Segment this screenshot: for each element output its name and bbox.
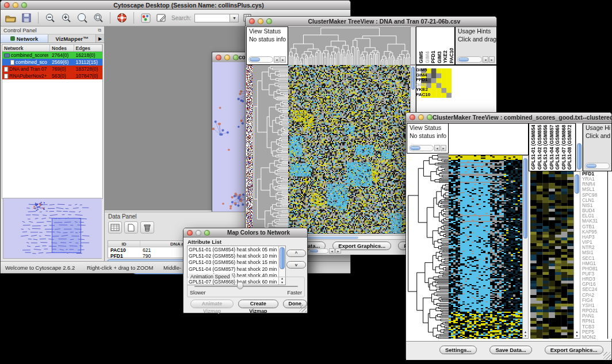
attribute-item[interactable]: GPL51-01 (GSM854) heat shock 05 min [189,247,284,253]
tv1-column-dendrogram[interactable] [288,26,410,65]
scroll-right-icon[interactable]: ▸ [489,56,495,63]
col-edges[interactable]: Edges [74,45,102,51]
search-dropdown-icon[interactable]: ▼ [230,14,239,22]
zoom-out-icon[interactable] [44,12,56,24]
table-row[interactable]: combined_scores 2764(0) 16218(0) [2,52,102,59]
minimize-button[interactable] [418,114,424,120]
status-welcome: Welcome to Cytoscape 2.6.2 [5,265,75,271]
zoom-selected-icon[interactable] [92,12,105,24]
zoom-in-icon[interactable] [60,12,72,24]
table-row[interactable]: RNAPuberNov2+ 563(0) 107847(0) [2,72,102,79]
scroll-up-icon[interactable]: ▴ [576,330,577,334]
attr-col-id[interactable]: ID [108,241,140,247]
network-name: combined_sco [16,59,47,65]
dialog-titlebar[interactable]: Map Colors to Network [183,228,307,237]
settings-button[interactable]: Settings... [439,346,477,354]
tv1-status-scrollbar[interactable]: ◂ ▸ [248,56,286,63]
attribute-item[interactable]: GPL51-03 (GSM856) heat shock 15 min [189,259,284,266]
tv2-main-vscrollbar[interactable]: ▴ ▾ [522,155,529,339]
treeview1-titlebar[interactable]: ClusterMaker TreeView : DNA and Tran 07-… [246,17,496,26]
tv2-zoom-heatmap[interactable] [530,171,573,339]
tv1-global-hscrollbar[interactable]: ◂ ▸ [309,248,341,254]
tv2-gene-vscrollbar[interactable]: ▴ ▾ [573,171,580,339]
minimize-button[interactable] [196,230,201,236]
scroll-right-icon[interactable]: ▸ [280,56,286,63]
move-up-button[interactable]: ^ [286,250,306,257]
float-panel-icon[interactable]: ⧉ [98,28,101,33]
tv2-heatmap[interactable] [449,155,522,339]
main-titlebar[interactable]: Cytoscape Desktop (Session Name: collins… [1,1,350,10]
minimize-button[interactable] [258,18,263,24]
delete-attribute-icon[interactable] [140,221,154,233]
treeview1-title: ClusterMaker TreeView : DNA and Tran 07-… [272,18,496,25]
tv1-header-strip [410,26,416,65]
treeview2-titlebar[interactable]: ClusterMaker TreeView : combined_scores_… [406,113,611,122]
scroll-left-icon[interactable]: ◂ [329,248,335,254]
open-session-icon[interactable] [4,12,17,24]
save-data-button[interactable]: Save Data... [489,346,531,354]
gene-label[interactable]: MON2 [582,335,607,339]
table-row-selected[interactable]: combined_sco 2569(6) 13112(15) [2,59,102,66]
animate-vizmap-button[interactable]: Animate Vizmap [190,300,234,308]
create-vizmap-button[interactable]: Create Vizmap [238,300,278,308]
zoom-button[interactable] [266,18,272,24]
zoom-button[interactable] [21,2,27,8]
tv2-hints-scrollbar[interactable] [585,163,610,169]
tab-vizmapper[interactable]: VizMapper™ [48,35,96,43]
scroll-down-icon[interactable]: ▾ [525,334,526,338]
close-button[interactable] [187,230,193,236]
birdseye-view[interactable] [3,198,102,259]
birdseye-canvas[interactable] [3,198,102,258]
move-down-button[interactable]: v [286,261,306,269]
zoom-button[interactable] [204,230,210,236]
help-lifesaver-icon[interactable] [116,12,128,24]
export-graphics-button[interactable]: Export Graphics... [332,242,391,250]
scroll-up-icon[interactable]: ▴ [525,330,526,334]
scroll-left-icon[interactable]: ◂ [483,56,488,63]
zoom-fit-icon[interactable] [76,12,89,24]
search-input[interactable] [194,14,230,22]
tv1-hints-scrollbar[interactable]: ◂ ▸ [457,56,495,63]
tab-overflow-arrow[interactable]: ▶ [96,35,104,43]
export-graphics-button[interactable]: Export Graphics... [545,346,603,354]
attr-value: 790 [140,253,153,259]
col-network[interactable]: Network [2,45,50,51]
attribute-item[interactable]: GPL51-02 (GSM855) heat shock 10 min [189,253,284,259]
usage-hints-title: Usage Hints [456,27,496,35]
tv1-heatmap[interactable] [288,65,410,233]
resize-grip[interactable] [299,305,307,312]
attribute-item[interactable]: GPL51-04 (GSM857) heat shock 20 min [189,266,284,273]
scroll-right-icon[interactable]: ▸ [441,145,446,151]
close-button[interactable] [216,55,221,60]
scroll-right-icon[interactable]: ▸ [335,248,341,254]
close-button[interactable] [4,2,10,8]
vizmapper-icon[interactable] [139,12,152,24]
minimize-button[interactable] [224,55,230,60]
network-edges: 13112(15) [74,59,102,65]
tv2-status-scrollbar[interactable]: ◂ ▸ [409,145,446,151]
save-session-icon[interactable] [20,12,33,24]
speed-slider-thumb[interactable] [237,282,243,289]
col-nodes[interactable]: Nodes [50,45,74,51]
zoom-button[interactable] [233,55,239,60]
resize-grip[interactable] [603,352,611,359]
zoom-button[interactable] [427,114,433,120]
minimize-button[interactable] [13,2,18,8]
new-attribute-icon[interactable] [124,221,138,233]
scroll-left-icon[interactable]: ◂ [434,145,440,151]
scroll-down-icon[interactable]: ▾ [576,334,577,338]
scroll-left-icon[interactable]: ◂ [274,56,280,63]
table-row[interactable]: DNA and Tran 07 769(0) 183728(0) [2,66,102,72]
column-label: GIM4 [424,28,431,63]
tv2-label-vscrollbar[interactable] [576,123,583,171]
tv1-global-overview[interactable] [246,65,253,233]
tv1-row-dendrogram[interactable] [253,65,288,233]
view-status-title: View Status [407,124,448,132]
close-button[interactable] [249,18,255,24]
speed-slider-track[interactable] [194,286,298,287]
close-button[interactable] [410,114,415,120]
tab-network[interactable]: Network [1,35,48,43]
tv2-row-dendrogram[interactable] [407,154,449,339]
annotation-icon[interactable] [155,12,168,24]
attribute-table-icon[interactable] [108,221,122,233]
